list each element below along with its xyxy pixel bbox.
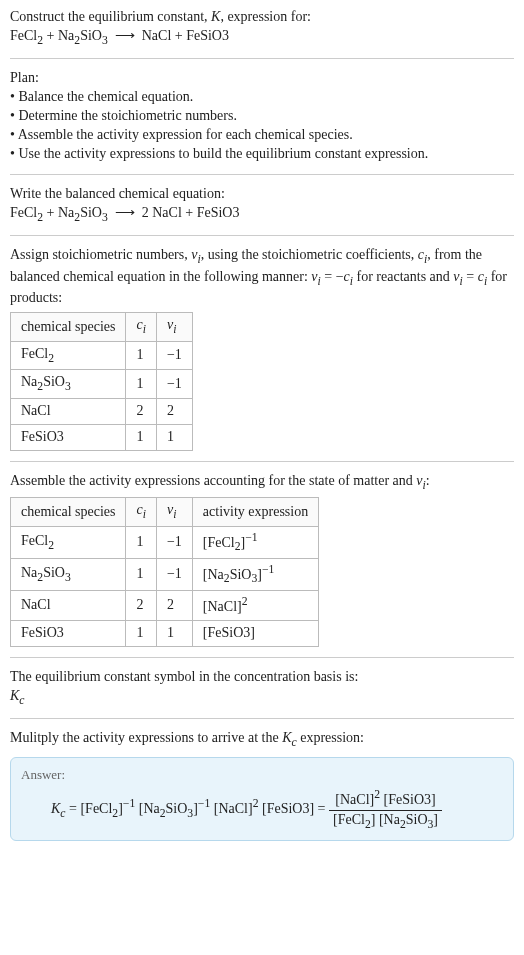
cell-activity: [FeCl2]−1 <box>192 526 318 558</box>
cell-species: FeCl2 <box>11 526 126 558</box>
divider <box>10 718 514 719</box>
answer-lhs: Kc = [FeCl2]−1 [Na2SiO3]−1 [NaCl]2 [FeSi… <box>51 801 329 816</box>
table-row: FeCl2 1 −1 [FeCl2]−1 <box>11 526 319 558</box>
cell-activity: [FeSiO3] <box>192 620 318 646</box>
cell-ci: 1 <box>126 559 156 591</box>
col-species: chemical species <box>11 498 126 527</box>
cell-vi: 2 <box>156 591 192 621</box>
divider <box>10 174 514 175</box>
intro-text-a: Construct the equilibrium constant, <box>10 9 211 24</box>
cell-species: FeCl2 <box>11 341 126 370</box>
divider <box>10 461 514 462</box>
balanced-equation: FeCl2 + Na2SiO3 ⟶ 2 NaCl + FeSiO3 <box>10 204 514 226</box>
cell-species: FeSiO3 <box>11 424 126 450</box>
plan-bullet-4: • Use the activity expressions to build … <box>10 145 514 164</box>
table-row: Na2SiO3 1 −1 <box>11 370 193 399</box>
table-row: FeCl2 1 −1 <box>11 341 193 370</box>
cell-species: NaCl <box>11 591 126 621</box>
col-activity: activity expression <box>192 498 318 527</box>
col-ci: ci <box>126 498 156 527</box>
cell-ci: 1 <box>126 526 156 558</box>
cell-vi: 1 <box>156 620 192 646</box>
answer-box: Answer: Kc = [FeCl2]−1 [Na2SiO3]−1 [NaCl… <box>10 757 514 842</box>
answer-fraction: [NaCl]2 [FeSiO3][FeCl2] [Na2SiO3] <box>329 787 442 832</box>
multiply-text: Mulitply the activity expressions to arr… <box>10 729 514 751</box>
cell-vi: 1 <box>156 424 192 450</box>
plan-bullet-3: • Assemble the activity expression for e… <box>10 126 514 145</box>
cell-species: FeSiO3 <box>11 620 126 646</box>
divider <box>10 235 514 236</box>
answer-denominator: [FeCl2] [Na2SiO3] <box>329 811 442 833</box>
stoich-table: chemical species ci νi FeCl2 1 −1 Na2SiO… <box>10 312 193 450</box>
table-row: Na2SiO3 1 −1 [Na2SiO3]−1 <box>11 559 319 591</box>
cell-ci: 1 <box>126 620 156 646</box>
cell-vi: −1 <box>156 559 192 591</box>
table-header-row: chemical species ci νi <box>11 313 193 342</box>
assemble-text: Assemble the activity expressions accoun… <box>10 472 514 494</box>
cell-ci: 2 <box>126 398 156 424</box>
balanced-heading: Write the balanced chemical equation: <box>10 185 514 204</box>
cell-species: NaCl <box>11 398 126 424</box>
table-row: NaCl 2 2 [NaCl]2 <box>11 591 319 621</box>
cell-species: Na2SiO3 <box>11 559 126 591</box>
col-vi: νi <box>156 313 192 342</box>
answer-numerator: [NaCl]2 [FeSiO3] <box>329 787 442 811</box>
answer-equation: Kc = [FeCl2]−1 [Na2SiO3]−1 [NaCl]2 [FeSi… <box>21 787 503 832</box>
intro-line1: Construct the equilibrium constant, K, e… <box>10 8 514 27</box>
kc-basis-text: The equilibrium constant symbol in the c… <box>10 668 514 687</box>
cell-ci: 2 <box>126 591 156 621</box>
table-row: NaCl 2 2 <box>11 398 193 424</box>
activity-table: chemical species ci νi activity expressi… <box>10 497 319 646</box>
assign-text: Assign stoichiometric numbers, νi, using… <box>10 246 514 308</box>
answer-label: Answer: <box>21 766 503 784</box>
kc-symbol: Kc <box>10 687 514 709</box>
col-ci: ci <box>126 313 156 342</box>
cell-vi: −1 <box>156 341 192 370</box>
table-row: FeSiO3 1 1 [FeSiO3] <box>11 620 319 646</box>
col-species: chemical species <box>11 313 126 342</box>
cell-vi: 2 <box>156 398 192 424</box>
intro-text-b: , expression for: <box>220 9 311 24</box>
cell-vi: −1 <box>156 526 192 558</box>
cell-activity: [Na2SiO3]−1 <box>192 559 318 591</box>
col-vi: νi <box>156 498 192 527</box>
cell-ci: 1 <box>126 370 156 399</box>
divider <box>10 657 514 658</box>
cell-vi: −1 <box>156 370 192 399</box>
plan-heading: Plan: <box>10 69 514 88</box>
cell-ci: 1 <box>126 424 156 450</box>
table-row: FeSiO3 1 1 <box>11 424 193 450</box>
cell-activity: [NaCl]2 <box>192 591 318 621</box>
intro-equation: FeCl2 + Na2SiO3 ⟶ NaCl + FeSiO3 <box>10 27 514 49</box>
cell-species: Na2SiO3 <box>11 370 126 399</box>
intro-K: K <box>211 9 220 24</box>
plan-bullet-2: • Determine the stoichiometric numbers. <box>10 107 514 126</box>
cell-ci: 1 <box>126 341 156 370</box>
table-header-row: chemical species ci νi activity expressi… <box>11 498 319 527</box>
plan-bullet-1: • Balance the chemical equation. <box>10 88 514 107</box>
divider <box>10 58 514 59</box>
